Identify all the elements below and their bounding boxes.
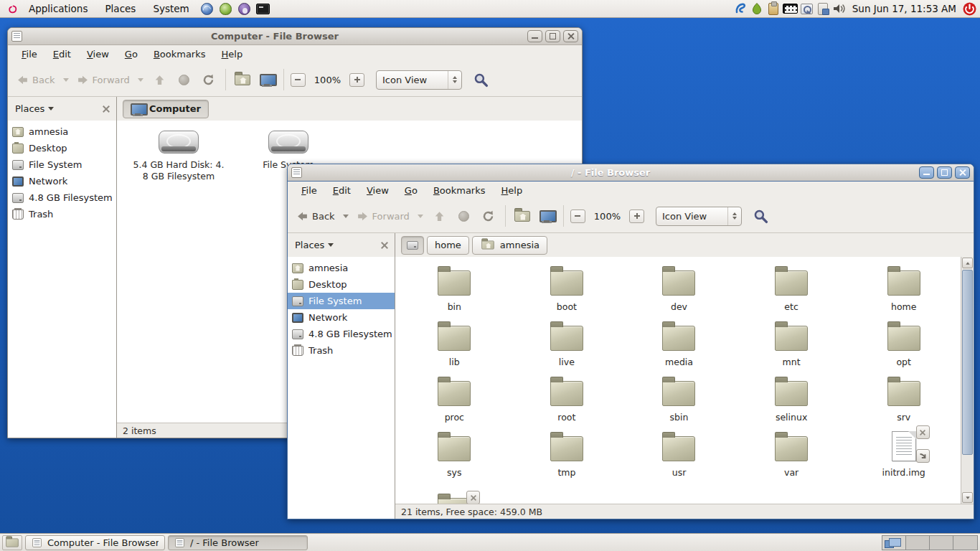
- sidebar-item[interactable]: Trash: [288, 342, 395, 359]
- breadcrumb-computer[interactable]: Computer: [123, 100, 209, 118]
- menu-item[interactable]: Bookmarks: [427, 183, 492, 198]
- scrollbar-thumb[interactable]: [962, 270, 973, 455]
- computer-button[interactable]: [255, 67, 278, 92]
- sidebar-item[interactable]: Trash: [8, 206, 116, 222]
- close-sidebar-button[interactable]: [100, 103, 112, 115]
- onion-icon[interactable]: [749, 1, 765, 17]
- workspace-1[interactable]: [882, 536, 906, 550]
- computer-button[interactable]: [535, 204, 558, 228]
- places-dropdown[interactable]: Places: [15, 103, 44, 114]
- clipboard-lock-icon[interactable]: [815, 1, 831, 17]
- view-mode-select[interactable]: Icon View: [656, 207, 742, 226]
- sidebar-item[interactable]: File System: [288, 293, 395, 309]
- speaker-icon[interactable]: [831, 1, 848, 17]
- file-item[interactable]: [398, 482, 511, 504]
- power-icon[interactable]: [962, 1, 976, 16]
- file-item[interactable]: mnt: [735, 316, 848, 372]
- workspace-switcher[interactable]: [882, 535, 978, 550]
- sidebar-item[interactable]: amnesia: [288, 260, 395, 276]
- menu-item[interactable]: Edit: [326, 183, 357, 198]
- file-item[interactable]: root: [511, 372, 623, 427]
- scroll-up-icon[interactable]: [962, 258, 973, 268]
- file-item[interactable]: sbin: [623, 372, 735, 427]
- menu-item[interactable]: View: [80, 47, 116, 62]
- purple-bird-icon[interactable]: [236, 1, 253, 17]
- panel-menu[interactable]: Places: [96, 1, 144, 17]
- workspace-4[interactable]: [953, 536, 977, 550]
- file-item[interactable]: srv: [847, 372, 960, 427]
- breadcrumb-root[interactable]: [401, 236, 424, 255]
- breadcrumb-home[interactable]: home: [427, 236, 469, 255]
- back-button[interactable]: Back: [14, 70, 58, 90]
- up-button[interactable]: [428, 204, 451, 228]
- reload-button[interactable]: [197, 67, 220, 92]
- menu-item[interactable]: Edit: [47, 47, 77, 62]
- show-desktop-button[interactable]: [2, 535, 22, 550]
- menu-item[interactable]: View: [360, 183, 395, 198]
- file-item[interactable]: var: [735, 427, 848, 482]
- zoom-in-button[interactable]: [629, 209, 644, 223]
- file-item[interactable]: initrd.img: [847, 427, 960, 482]
- scroll-down-icon[interactable]: [962, 492, 973, 503]
- breadcrumb-amnesia[interactable]: amnesia: [472, 236, 547, 255]
- reload-button[interactable]: [477, 204, 500, 228]
- file-item[interactable]: selinux: [735, 372, 848, 427]
- stop-button[interactable]: [453, 204, 476, 228]
- taskbar-window-button[interactable]: Computer - File Browser: [25, 535, 165, 550]
- clipboard-icon[interactable]: [765, 1, 782, 17]
- zoom-out-button[interactable]: [570, 209, 585, 223]
- vertical-scrollbar[interactable]: [961, 257, 974, 504]
- workspace-2[interactable]: [906, 536, 930, 550]
- search-button[interactable]: [749, 204, 772, 228]
- places-dropdown[interactable]: Places: [295, 240, 324, 250]
- panel-menu[interactable]: System: [144, 1, 197, 17]
- close-button[interactable]: [563, 30, 578, 42]
- file-item[interactable]: usr: [623, 427, 735, 482]
- forward-button[interactable]: Forward: [354, 206, 413, 227]
- zoom-out-button[interactable]: [291, 73, 306, 87]
- view-mode-select[interactable]: Icon View: [376, 70, 462, 90]
- file-item[interactable]: tmp: [511, 427, 623, 482]
- sidebar-item[interactable]: File System: [8, 156, 116, 173]
- titlebar[interactable]: / - File Browser: [288, 164, 974, 182]
- file-item[interactable]: home: [847, 261, 960, 316]
- back-history-dropdown-icon[interactable]: [339, 212, 352, 221]
- sidebar-item[interactable]: Network: [8, 173, 116, 189]
- terminal-icon[interactable]: [255, 1, 272, 17]
- forward-button[interactable]: Forward: [74, 70, 133, 90]
- maximize-button[interactable]: [937, 166, 952, 179]
- stop-button[interactable]: [173, 67, 196, 92]
- zoom-in-button[interactable]: [349, 73, 364, 87]
- green-mascot-icon[interactable]: [217, 1, 235, 17]
- home-button[interactable]: [231, 67, 254, 92]
- back-button[interactable]: Back: [293, 206, 338, 227]
- back-history-dropdown-icon[interactable]: [60, 75, 72, 85]
- sidebar-item[interactable]: Desktop: [8, 140, 116, 156]
- menu-item[interactable]: Bookmarks: [147, 47, 212, 62]
- minimize-button[interactable]: [919, 166, 934, 179]
- clock[interactable]: Sun Jun 17, 11:53 AM: [848, 3, 962, 14]
- taskbar-window-button[interactable]: / - File Browser: [168, 535, 308, 550]
- forward-history-dropdown-icon[interactable]: [414, 212, 427, 221]
- close-button[interactable]: [955, 166, 970, 179]
- menu-item[interactable]: Help: [215, 47, 250, 62]
- debian-swirl-icon[interactable]: [4, 1, 20, 17]
- close-sidebar-button[interactable]: [378, 239, 390, 251]
- workspace-3[interactable]: [930, 536, 953, 550]
- menu-item[interactable]: Go: [118, 47, 144, 62]
- file-item[interactable]: boot: [511, 261, 623, 316]
- blue-swirl-icon[interactable]: [732, 1, 749, 17]
- home-button[interactable]: [511, 204, 534, 228]
- menu-item[interactable]: Help: [495, 183, 529, 198]
- keyboard-icon[interactable]: [782, 1, 798, 17]
- globe-browser-icon[interactable]: [199, 1, 216, 17]
- file-item[interactable]: dev: [623, 261, 735, 316]
- menu-item[interactable]: File: [15, 47, 44, 62]
- up-button[interactable]: [149, 67, 171, 92]
- file-item[interactable]: lib: [398, 316, 511, 372]
- menu-item[interactable]: Go: [398, 183, 424, 198]
- magnifier-window-icon[interactable]: [798, 1, 815, 17]
- search-button[interactable]: [469, 67, 492, 92]
- sidebar-item[interactable]: Desktop: [288, 276, 395, 293]
- file-item[interactable]: opt: [847, 316, 960, 372]
